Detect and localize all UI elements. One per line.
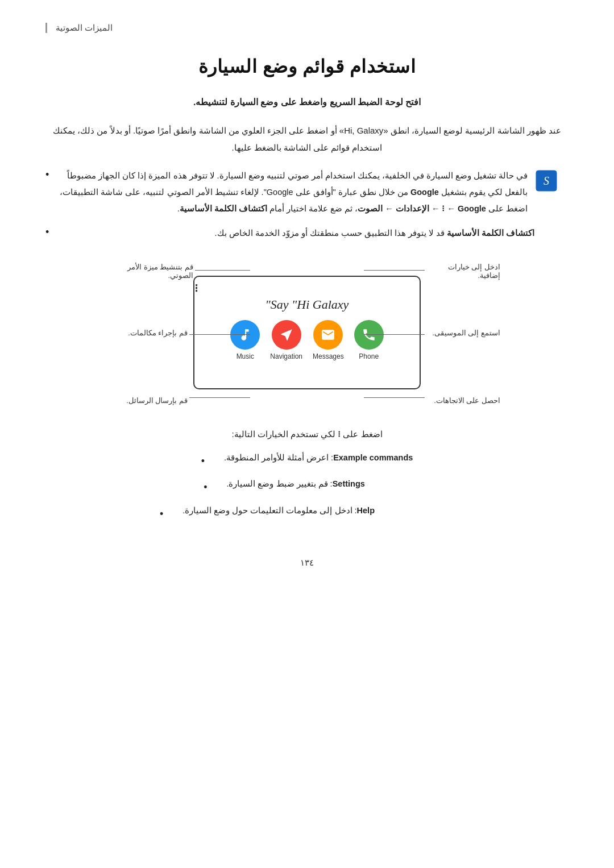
car-mode-diagram: ⁝ Say "Hi Galaxy" Phone xyxy=(45,250,569,415)
app-icon-phone[interactable]: Phone xyxy=(354,320,384,360)
svg-text:S: S xyxy=(544,175,549,187)
three-dots-icon[interactable]: ⁝ xyxy=(194,281,198,295)
press-item-0-label: Example commands xyxy=(333,453,413,462)
bullet-dot-2: • xyxy=(45,226,49,238)
press-item-1-text: Settings: قم بتغيير ضبط وضع السيارة. xyxy=(226,476,364,492)
press-item-2-text: Help: ادخل إلى معلومات التعليمات حول وضع… xyxy=(182,503,375,519)
app-icon-music[interactable]: Music xyxy=(230,320,260,360)
section-header-text: الميزات الصوتية xyxy=(56,23,113,32)
annotation-right-top: ادخل إلى خيارات إضافية. xyxy=(426,263,500,280)
line-right-mid xyxy=(364,334,425,335)
samsung-icon: S xyxy=(536,170,557,192)
line-left-mid xyxy=(189,334,250,335)
say-hi-galaxy-text: Say "Hi Galaxy" xyxy=(194,297,420,312)
press-bullet-2: • Help: ادخل إلى معلومات التعليمات حول و… xyxy=(45,503,569,524)
press-intro: اضغط على ⁝ لكي تستخدم الخيارات التالية: xyxy=(45,426,569,443)
bullet-dot-1: • xyxy=(45,169,49,181)
annotation-left-bot: قم بإرسال الرسائل. xyxy=(114,396,188,405)
intro-bold-text: افتح لوحة الضبط السريع واضغط على وضع الس… xyxy=(45,94,569,111)
app-icon-navigation[interactable]: Navigation xyxy=(270,320,302,360)
intro-text: عند ظهور الشاشة الرئيسية لوضع السيارة، ا… xyxy=(45,122,569,156)
page-number: ١٣٤ xyxy=(45,558,569,568)
bullet-item-2: • اكتشاف الكلمة الأساسية قد لا يتوفر هذا… xyxy=(45,225,557,242)
press-section: اضغط على ⁝ لكي تستخدم الخيارات التالية: … xyxy=(45,426,569,524)
press-item-2-label: Help xyxy=(357,506,375,515)
press-item-1-label: Settings xyxy=(333,479,365,488)
press-bullets: • Example commands: اعرض أمثلة للأوامر ا… xyxy=(45,450,569,524)
navigation-label: Navigation xyxy=(270,352,302,360)
press-item-0-text: Example commands: اعرض أمثلة للأوامر الم… xyxy=(224,450,413,466)
bullet-text-1: في حالة تشغيل وضع السيارة في الخلفية، يم… xyxy=(57,168,528,217)
line-left-top xyxy=(195,270,250,271)
press-bullet-0: • Example commands: اعرض أمثلة للأوامر ا… xyxy=(45,450,569,471)
music-circle xyxy=(230,320,260,350)
messages-label: Messages xyxy=(313,352,344,360)
line-right-bot xyxy=(364,397,425,398)
line-right-top xyxy=(364,270,425,271)
line-left-bot xyxy=(189,397,250,398)
annotation-left-top: قم بتنشيط ميزة الأمر الصوتي. xyxy=(114,263,193,280)
app-icon-messages[interactable]: Messages xyxy=(313,320,344,360)
press-bullet-1: • Settings: قم بتغيير ضبط وضع السيارة. xyxy=(45,476,569,497)
messages-circle xyxy=(313,320,343,350)
annotation-right-mid: استمع إلى الموسيقى. xyxy=(426,329,500,337)
annotation-left-mid: قم بإجراء مكالمات. xyxy=(114,329,188,337)
music-label: Music xyxy=(237,352,254,360)
bullet-item-1: • في حالة تشغيل وضع السيارة في الخلفية، … xyxy=(45,168,557,217)
navigation-circle xyxy=(272,320,301,350)
phone-label: Phone xyxy=(359,352,379,360)
bullet-text-2: اكتشاف الكلمة الأساسية قد لا يتوفر هذا ا… xyxy=(57,225,534,242)
section-header: الميزات الصوتية xyxy=(45,23,569,33)
phone-circle xyxy=(354,320,384,350)
page-title: استخدام قوائم وضع السيارة xyxy=(45,56,569,77)
annotation-right-bot: احصل على الاتجاهات. xyxy=(426,396,500,405)
